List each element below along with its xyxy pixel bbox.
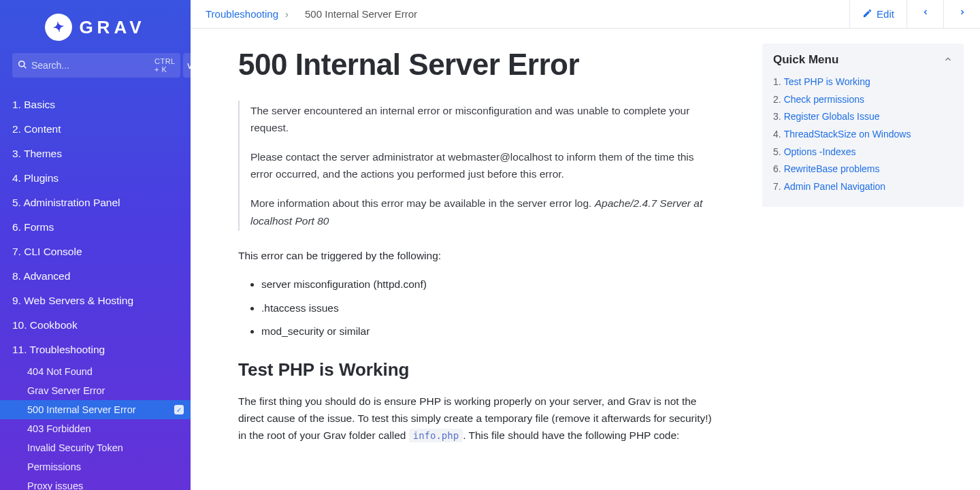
quick-menu-item: ThreadStackSize on Windows: [773, 126, 953, 144]
nav-item[interactable]: 10. Cookbook: [0, 313, 191, 338]
list-item: .htaccess issues: [261, 300, 715, 317]
quote-line: More information about this error may be…: [250, 195, 715, 229]
list-item: server misconfiguration (httpd.conf): [261, 276, 715, 293]
quick-menu-link[interactable]: Check permissions: [784, 94, 864, 105]
nav-sub-item[interactable]: Permissions: [0, 457, 191, 476]
cause-list: server misconfiguration (httpd.conf).hta…: [238, 276, 715, 340]
brand-logo[interactable]: ✦ GRAV: [0, 0, 191, 53]
nav-item[interactable]: 1. Basics: [0, 93, 191, 117]
search-bar: CTRL + K v1.6 ▾: [0, 53, 191, 87]
nav-item[interactable]: 7. CLI Console: [0, 240, 191, 264]
search-shortcut: CTRL + K: [154, 57, 175, 74]
prev-button[interactable]: [906, 0, 943, 28]
page-title: 500 Internal Server Error: [238, 48, 715, 82]
main: Troubleshooting › 500 Internal Server Er…: [191, 0, 980, 490]
body-paragraph: The first thing you should do is ensure …: [238, 393, 715, 444]
quote-line: The server encountered an internal error…: [250, 102, 715, 136]
nav-item[interactable]: 2. Content: [0, 117, 191, 142]
breadcrumb-current: 500 Internal Server Error: [305, 8, 417, 20]
quick-menu-title: Quick Menu: [773, 53, 838, 67]
quick-menu-link[interactable]: RewriteBase problems: [784, 163, 880, 174]
nav-sub-item[interactable]: Grav Server Error: [0, 381, 191, 400]
quick-menu-link[interactable]: Options -Indexes: [784, 146, 856, 157]
quick-menu: Quick Menu Test PHP is WorkingCheck perm…: [762, 44, 964, 207]
search-box[interactable]: CTRL + K: [12, 53, 180, 78]
quick-menu-item: Options -Indexes: [773, 144, 953, 161]
article: 500 Internal Server Error The server enc…: [191, 29, 762, 490]
quick-menu-item: Register Globals Issue: [773, 108, 953, 126]
quick-menu-item: Admin Panel Navigation: [773, 178, 953, 196]
lead-text: This error can be triggered by the follo…: [238, 247, 715, 264]
nav-item[interactable]: 8. Advanced: [0, 264, 191, 289]
sidebar: ✦ GRAV CTRL + K v1.6 ▾ 1. Basics2. Conte…: [0, 0, 191, 490]
svg-line-1: [24, 65, 27, 68]
quick-menu-item: RewriteBase problems: [773, 161, 953, 178]
error-quote: The server encountered an internal error…: [238, 101, 715, 231]
next-button[interactable]: [943, 0, 980, 28]
nav-item[interactable]: 4. Plugins: [0, 166, 191, 191]
topbar: Troubleshooting › 500 Internal Server Er…: [191, 0, 980, 29]
edit-label: Edit: [877, 8, 894, 20]
quick-menu-link[interactable]: ThreadStackSize on Windows: [784, 129, 911, 140]
quick-menu-column: Quick Menu Test PHP is WorkingCheck perm…: [762, 29, 980, 490]
list-item: mod_security or similar: [261, 323, 715, 340]
nav-sub-item[interactable]: 404 Not Found: [0, 362, 191, 381]
edit-button[interactable]: Edit: [849, 0, 906, 28]
check-icon: ✓: [174, 405, 184, 414]
search-icon: [18, 60, 27, 71]
nav-item[interactable]: 11. Troubleshooting: [0, 338, 191, 362]
chevron-right-icon: [958, 7, 966, 21]
quick-menu-list: Test PHP is WorkingCheck permissionsRegi…: [773, 74, 953, 196]
nav-item[interactable]: 5. Administration Panel: [0, 191, 191, 215]
quote-line: Please contact the server administrator …: [250, 148, 715, 182]
search-input[interactable]: [31, 60, 150, 71]
edit-icon: [862, 8, 872, 20]
nav-sub-item[interactable]: 403 Forbidden: [0, 419, 191, 438]
chevron-left-icon: [921, 7, 930, 21]
nav-item[interactable]: 6. Forms: [0, 215, 191, 240]
svg-point-0: [19, 61, 24, 66]
brand-name: GRAV: [79, 17, 145, 38]
quick-menu-item: Check permissions: [773, 91, 953, 109]
version-select[interactable]: v1.6 ▾: [183, 53, 191, 78]
nav-item[interactable]: 9. Web Servers & Hosting: [0, 289, 191, 313]
chevron-right-icon: ›: [285, 8, 289, 20]
quick-menu-link[interactable]: Test PHP is Working: [784, 76, 870, 87]
breadcrumb: Troubleshooting › 500 Internal Server Er…: [191, 0, 849, 28]
collapse-icon[interactable]: [943, 54, 953, 66]
quick-menu-item: Test PHP is Working: [773, 74, 953, 91]
nav-item[interactable]: 3. Themes: [0, 142, 191, 166]
nav-sub-item[interactable]: Proxy issues: [0, 476, 191, 490]
breadcrumb-parent[interactable]: Troubleshooting: [206, 8, 278, 20]
quick-menu-link[interactable]: Register Globals Issue: [784, 111, 880, 122]
nav-sub-item[interactable]: 500 Internal Server Error✓: [0, 400, 191, 419]
inline-code: info.php: [409, 429, 463, 442]
nav-sub-item[interactable]: Invalid Security Token: [0, 438, 191, 457]
logo-mark-icon: ✦: [43, 12, 74, 43]
quick-menu-link[interactable]: Admin Panel Navigation: [784, 181, 885, 192]
section-heading: Test PHP is Working: [238, 359, 715, 380]
primary-nav: 1. Basics2. Content3. Themes4. Plugins5.…: [0, 87, 191, 490]
